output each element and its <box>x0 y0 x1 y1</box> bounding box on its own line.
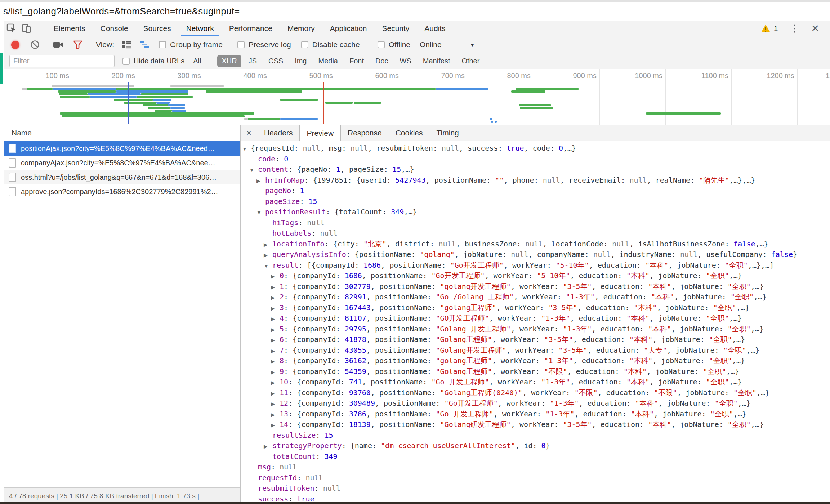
request-row[interactable]: oss.html?u=/jobs/list_golang&q=667&n=671… <box>4 170 240 184</box>
json-tree-line[interactable]: ▶4: {companyId: 81107, positionName: "GO… <box>241 313 830 324</box>
json-tree-line[interactable]: ▶9: {companyId: 54359, positionName: "Go… <box>241 366 830 377</box>
collapsed-arrow-icon[interactable]: ▶ <box>271 378 280 388</box>
request-row[interactable]: companyAjax.json?city=%E5%8C%97%E4%BA%AC… <box>4 156 240 170</box>
filter-funnel-icon[interactable] <box>73 40 82 49</box>
checkbox[interactable] <box>159 41 166 48</box>
json-tree-line[interactable]: ▶13: {companyId: 3786, positionName: "Go… <box>241 409 830 420</box>
collapsed-arrow-icon[interactable]: ▶ <box>264 250 272 260</box>
tab-security[interactable]: Security <box>374 21 417 36</box>
checkbox[interactable] <box>378 41 385 48</box>
filter-type-js[interactable]: JS <box>244 55 261 67</box>
tab-audits[interactable]: Audits <box>417 21 453 36</box>
collapsed-arrow-icon[interactable]: ▶ <box>271 335 280 345</box>
json-tree-line[interactable]: ▶5: {companyId: 29795, positionName: "Go… <box>241 324 830 335</box>
offline-checkbox[interactable]: Offline <box>378 40 410 49</box>
collapsed-arrow-icon[interactable]: ▶ <box>271 303 280 313</box>
json-tree-line[interactable]: ▶2: {companyId: 82991, positionName: "Go… <box>241 292 830 303</box>
collapsed-arrow-icon[interactable]: ▶ <box>264 240 272 250</box>
collapsed-arrow-icon[interactable]: ▶ <box>271 346 280 356</box>
name-column-header[interactable]: Name <box>4 125 240 141</box>
checkbox[interactable] <box>122 58 130 65</box>
filter-type-other[interactable]: Other <box>457 55 484 67</box>
collapsed-arrow-icon[interactable]: ▶ <box>271 293 280 303</box>
collapsed-arrow-icon[interactable]: ▶ <box>271 271 280 281</box>
checkbox[interactable] <box>301 41 308 48</box>
request-row[interactable]: approve.json?companyIds=1686%2C302779%2C… <box>4 184 240 199</box>
json-tree-line[interactable]: ▶8: {companyId: 36162, positionName: "go… <box>241 356 830 366</box>
waterfall-view-icon[interactable] <box>139 40 150 49</box>
browser-url-bar[interactable]: s/list_golang?labelWords=&fromSearch=tru… <box>0 0 830 21</box>
json-tree-line[interactable]: ▶0: {companyId: 1686, positionName: "Go开… <box>241 271 830 281</box>
tab-network[interactable]: Network <box>179 21 222 36</box>
expanded-arrow-icon[interactable]: ▼ <box>264 261 272 271</box>
timeline-overview[interactable]: 1 100 ms200 ms300 ms400 ms500 ms600 ms70… <box>4 69 830 125</box>
expanded-arrow-icon[interactable]: ▼ <box>249 165 258 175</box>
list-view-icon[interactable] <box>121 40 131 49</box>
filter-input[interactable] <box>9 55 115 67</box>
close-devtools-icon[interactable]: ✕ <box>805 23 825 34</box>
json-tree-line[interactable]: ▶1: {companyId: 302779, positionName: "g… <box>241 281 830 292</box>
json-tree-line[interactable]: ▶locationInfo: {city: "北京", district: nu… <box>241 239 830 250</box>
json-tree-line[interactable]: ▼{requestId: null, msg: null, resubmitTo… <box>241 143 830 154</box>
json-tree-line[interactable]: ▶11: {companyId: 93760, positionName: "G… <box>241 388 830 398</box>
screenshot-camera-icon[interactable] <box>53 41 64 49</box>
request-row[interactable]: positionAjax.json?city=%E5%8C%97%E4%BA%A… <box>4 141 240 156</box>
tab-sources[interactable]: Sources <box>136 21 179 36</box>
record-button[interactable] <box>11 41 19 49</box>
detail-tab-cookies[interactable]: Cookies <box>389 125 430 141</box>
collapsed-arrow-icon[interactable]: ▶ <box>256 176 265 186</box>
filter-type-css[interactable]: CSS <box>264 55 287 67</box>
collapsed-arrow-icon[interactable]: ▶ <box>271 410 280 420</box>
close-detail-icon[interactable]: × <box>241 125 257 141</box>
chevron-down-icon[interactable]: ▼ <box>470 42 475 48</box>
json-tree-line[interactable]: ▼content: {pageNo: 1, pageSize: 15,…} <box>241 164 830 175</box>
detail-tab-timing[interactable]: Timing <box>430 125 466 141</box>
disable-cache-checkbox[interactable]: Disable cache <box>301 40 360 49</box>
checkbox[interactable] <box>237 41 245 48</box>
json-tree-line[interactable]: ▶10: {companyId: 741, positionName: "Go … <box>241 377 830 388</box>
collapsed-arrow-icon[interactable]: ▶ <box>271 356 280 366</box>
json-tree-line[interactable]: ▶6: {companyId: 41878, positionName: "Go… <box>241 334 830 345</box>
tab-performance[interactable]: Performance <box>222 21 280 36</box>
tab-console[interactable]: Console <box>93 21 136 36</box>
collapsed-arrow-icon[interactable]: ▶ <box>271 388 280 398</box>
json-tree-line[interactable]: ▶hrInfoMap: {1997851: {userId: 5427943, … <box>241 175 830 186</box>
filter-type-font[interactable]: Font <box>345 55 368 67</box>
detail-tab-preview[interactable]: Preview <box>299 125 341 141</box>
filter-type-media[interactable]: Media <box>314 55 342 67</box>
detail-tab-headers[interactable]: Headers <box>257 125 299 141</box>
clear-icon[interactable] <box>30 40 40 49</box>
json-tree-line[interactable]: ▶12: {companyId: 309489, positionName: "… <box>241 398 830 409</box>
expanded-arrow-icon[interactable]: ▼ <box>242 144 251 154</box>
overflow-menu-icon[interactable]: ⋮ <box>784 23 805 34</box>
device-toolbar-icon[interactable] <box>19 21 34 36</box>
throttling-select[interactable]: Online <box>420 40 442 49</box>
filter-type-xhr[interactable]: XHR <box>217 55 241 67</box>
filter-type-manifest[interactable]: Manifest <box>419 55 455 67</box>
preserve-log-checkbox[interactable]: Preserve log <box>237 40 291 49</box>
collapsed-arrow-icon[interactable]: ▶ <box>271 399 280 409</box>
filter-type-ws[interactable]: WS <box>396 55 416 67</box>
filter-type-doc[interactable]: Doc <box>371 55 393 67</box>
json-tree-line[interactable]: ▶3: {companyId: 167443, positionName: "g… <box>241 303 830 313</box>
json-tree-line[interactable]: ▶strategyProperty: {name: "dm-csearch-us… <box>241 441 830 451</box>
collapsed-arrow-icon[interactable]: ▶ <box>271 325 280 335</box>
json-tree-line[interactable]: ▼positionResult: {totalCount: 349,…} <box>241 207 830 218</box>
group-by-frame-checkbox[interactable]: Group by frame <box>159 40 223 49</box>
tab-application[interactable]: Application <box>322 21 375 36</box>
collapsed-arrow-icon[interactable]: ▶ <box>271 367 280 377</box>
json-tree-line[interactable]: ▶queryAnalysisInfo: {positionName: "gola… <box>241 249 830 260</box>
filter-type-all[interactable]: All <box>189 55 205 67</box>
expanded-arrow-icon[interactable]: ▼ <box>256 208 265 218</box>
detail-tab-response[interactable]: Response <box>341 125 389 141</box>
collapsed-arrow-icon[interactable]: ▶ <box>264 441 272 451</box>
inspect-element-icon[interactable] <box>4 21 19 36</box>
json-tree-line[interactable]: ▶14: {companyId: 18139, positionName: "G… <box>241 419 830 430</box>
json-tree-line[interactable]: ▶7: {companyId: 43055, positionName: "Go… <box>241 345 830 356</box>
filter-type-img[interactable]: Img <box>290 55 311 67</box>
tab-memory[interactable]: Memory <box>280 21 322 36</box>
warning-badge[interactable]: 1 <box>761 24 778 33</box>
collapsed-arrow-icon[interactable]: ▶ <box>271 282 280 292</box>
tab-elements[interactable]: Elements <box>46 21 93 36</box>
collapsed-arrow-icon[interactable]: ▶ <box>271 314 280 324</box>
